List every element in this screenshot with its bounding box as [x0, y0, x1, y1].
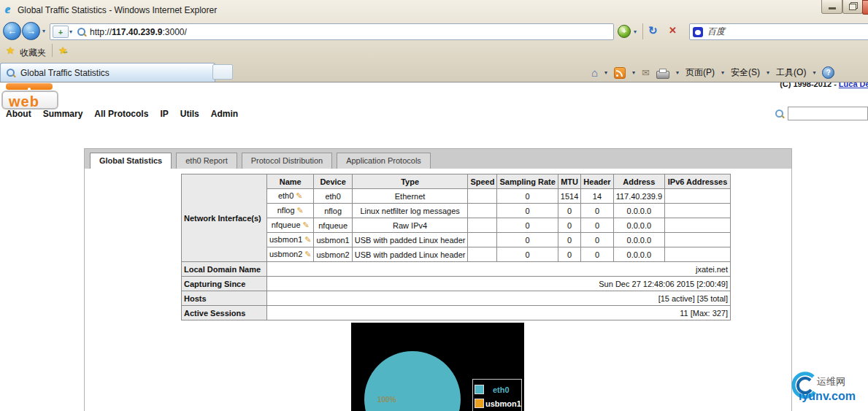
- tab-application-protocols[interactable]: Application Protocols: [337, 153, 431, 169]
- tab-content: Network Interface(s) Name Device Type Sp…: [85, 169, 791, 411]
- divider: [52, 44, 53, 57]
- mtu-cell: 0: [558, 247, 580, 262]
- column-header: IPv6 Addresses: [665, 174, 731, 189]
- global-statistics-table: Network Interface(s) Name Device Type Sp…: [181, 174, 731, 320]
- sampling-rate-cell: 0: [497, 189, 558, 204]
- column-header: Address: [613, 174, 664, 189]
- tools-menu-button[interactable]: 工具(O): [776, 66, 806, 79]
- edit-pencil-icon[interactable]: [304, 235, 311, 245]
- address-field[interactable]: http://117.40.239.9:3000/: [50, 23, 614, 40]
- forward-button[interactable]: [22, 22, 40, 40]
- search-engine-label: 百度: [707, 26, 725, 38]
- sampling-rate-cell: 0: [497, 247, 558, 262]
- ipv6-cell: [665, 233, 731, 247]
- table-row: Network Interface(s) Name Device Type Sp…: [182, 174, 731, 189]
- ntop-logo-bar: [6, 83, 53, 90]
- chart-legend: eth0 usbmon1: [472, 379, 522, 411]
- page-menu-button[interactable]: 页面(P): [685, 66, 715, 79]
- rss-feed-icon[interactable]: [614, 67, 626, 79]
- ipv6-cell: [665, 189, 731, 204]
- menu-item-all-protocols[interactable]: All Protocols: [94, 109, 148, 119]
- report-tabs: Global Statistics eth0 Report Protocol D…: [85, 149, 791, 169]
- ipv6-cell: [665, 218, 731, 233]
- close-button[interactable]: [862, 0, 868, 15]
- type-cell: Linux netfilter log messages: [352, 204, 468, 218]
- print-icon[interactable]: [656, 71, 669, 79]
- quick-add-icon[interactable]: [53, 26, 69, 38]
- sampling-rate-cell: 0: [497, 233, 558, 247]
- speed-cell: [468, 233, 497, 247]
- address-search-icon: [77, 28, 85, 36]
- home-icon[interactable]: [591, 67, 598, 78]
- edit-pencil-icon[interactable]: [296, 191, 302, 201]
- menu-item-ip[interactable]: IP: [160, 109, 168, 119]
- add-to-favorites-icon[interactable]: [58, 45, 68, 56]
- search-input[interactable]: [788, 107, 868, 120]
- rss-caret-icon[interactable]: [632, 70, 635, 76]
- type-cell: Raw IPv4: [352, 218, 468, 233]
- favorites-label[interactable]: 收藏夹: [20, 47, 46, 59]
- menu-item-utils[interactable]: Utils: [180, 109, 199, 119]
- menu-item-about[interactable]: About: [6, 109, 31, 119]
- recent-pages-caret-icon[interactable]: [42, 28, 45, 34]
- home-caret-icon[interactable]: [604, 70, 607, 76]
- divider: [642, 23, 643, 39]
- minimize-button[interactable]: [821, 0, 842, 14]
- compatibility-view-icon[interactable]: [618, 25, 631, 38]
- new-tab-button[interactable]: [212, 64, 233, 80]
- speed-cell: [468, 189, 497, 204]
- edit-pencil-icon[interactable]: [297, 206, 304, 215]
- device-cell: nfqueue: [314, 218, 352, 233]
- baidu-icon: [693, 27, 703, 37]
- help-icon[interactable]: [822, 66, 834, 79]
- restore-button[interactable]: [842, 0, 863, 14]
- copyright-link[interactable]: Luca Deri: [839, 82, 868, 88]
- print-caret-icon[interactable]: [676, 70, 679, 76]
- legend-item: usbmon1: [475, 396, 520, 410]
- interface-name-cell: nfqueue: [267, 218, 314, 233]
- read-mail-icon[interactable]: [642, 67, 650, 78]
- safety-menu-button[interactable]: 安全(S): [731, 66, 760, 79]
- tab-protocol-distribution[interactable]: Protocol Distribution: [242, 153, 332, 169]
- favorites-star-icon[interactable]: [6, 45, 15, 56]
- menu-item-summary[interactable]: Summary: [43, 109, 83, 119]
- search-box[interactable]: 百度: [689, 23, 868, 40]
- type-cell: USB with padded Linux header: [352, 247, 468, 262]
- summary-row-value: 11 [Max: 327]: [267, 306, 731, 320]
- compatibility-caret-icon[interactable]: [634, 29, 637, 35]
- sampling-rate-cell: 0: [497, 218, 558, 233]
- column-header: Sampling Rate: [497, 174, 558, 189]
- quick-add-caret-icon[interactable]: [69, 29, 72, 35]
- edit-pencil-icon[interactable]: [303, 220, 310, 230]
- device-cell: eth0: [314, 189, 352, 204]
- address-cell: 0.0.0.0: [613, 233, 664, 247]
- device-cell: usbmon1: [314, 233, 352, 247]
- edit-pencil-icon[interactable]: [304, 250, 311, 259]
- refresh-icon[interactable]: [648, 24, 658, 37]
- page-caret-icon[interactable]: [721, 70, 724, 76]
- tab-eth0-report[interactable]: eth0 Report: [176, 153, 237, 169]
- browser-chrome: Global Traffic Statistics - Windows Inte…: [0, 0, 868, 82]
- column-header: Speed: [468, 174, 497, 189]
- back-button[interactable]: [3, 22, 21, 40]
- tab-global-statistics[interactable]: Global Statistics: [90, 153, 172, 169]
- menu-item-admin[interactable]: Admin: [211, 109, 238, 119]
- main-menu: About Summary All Protocols IP Utils Adm…: [6, 109, 238, 119]
- url-text: http://117.40.239.9:3000/: [90, 27, 187, 37]
- interface-name-cell: usbmon1: [267, 233, 314, 247]
- safety-caret-icon[interactable]: [767, 70, 769, 76]
- title-bar[interactable]: Global Traffic Statistics - Windows Inte…: [0, 0, 868, 20]
- header-cell: 14: [581, 189, 613, 204]
- column-header: MTU: [558, 174, 580, 189]
- browser-tab[interactable]: Global Traffic Statistics: [0, 63, 215, 82]
- summary-row-label: Capturing Since: [182, 277, 267, 291]
- stop-icon[interactable]: [669, 25, 677, 36]
- mtu-cell: 1514: [558, 189, 580, 204]
- legend-label: usbmon1: [485, 399, 521, 408]
- tools-caret-icon[interactable]: [813, 70, 815, 76]
- table-row: Local Domain Name jxatei.net: [182, 262, 731, 277]
- favorites-bar: 收藏夹: [0, 42, 868, 60]
- speed-cell: [468, 204, 497, 218]
- type-cell: Ethernet: [352, 189, 468, 204]
- web-page: (C) 1998-2012 - Luca Deri web About Summ…: [0, 82, 868, 411]
